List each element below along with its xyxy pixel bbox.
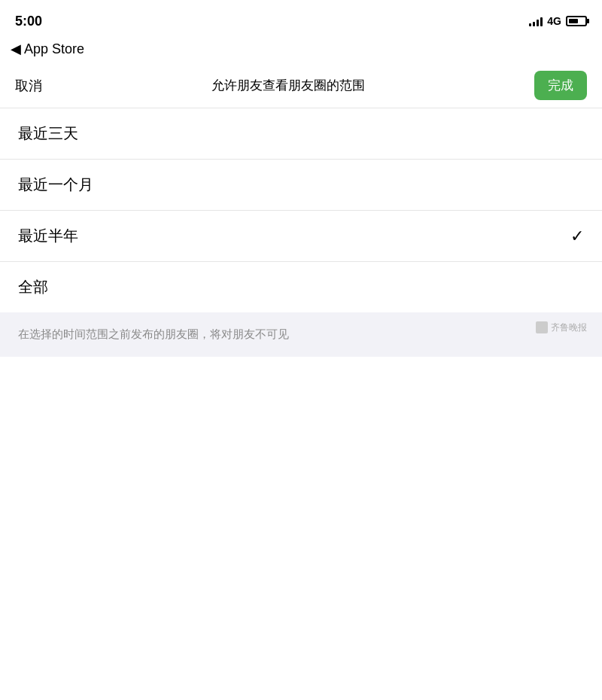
footer-note: 在选择的时间范围之前发布的朋友圈，将对朋友不可见 (0, 312, 602, 357)
option-one-month[interactable]: 最近一个月 (0, 160, 602, 211)
status-time: 5:00 (15, 14, 42, 29)
option-label: 全部 (18, 277, 48, 297)
back-chevron-icon: ◀ (11, 41, 21, 57)
options-list: 最近三天 最近一个月 最近半年 ✓ 全部 (0, 108, 602, 312)
option-label: 最近半年 (18, 226, 78, 246)
option-label: 最近一个月 (18, 175, 93, 195)
back-navigation[interactable]: ◀ App Store (0, 38, 602, 63)
option-three-days[interactable]: 最近三天 (0, 108, 602, 160)
watermark: 齐鲁晚报 (536, 321, 587, 334)
cancel-button[interactable]: 取消 (15, 77, 42, 95)
option-label: 最近三天 (18, 123, 78, 144)
network-label: 4G (547, 15, 561, 27)
done-button[interactable]: 完成 (534, 71, 587, 100)
watermark-logo (536, 321, 548, 333)
signal-icon (529, 16, 543, 26)
nav-bar: 取消 允许朋友查看朋友圈的范围 完成 (0, 63, 602, 108)
option-half-year[interactable]: 最近半年 ✓ (0, 211, 602, 262)
watermark-text: 齐鲁晚报 (551, 321, 587, 334)
checkmark-icon: ✓ (570, 227, 584, 246)
option-all[interactable]: 全部 (0, 262, 602, 312)
battery-icon (566, 16, 587, 26)
status-bar: 5:00 4G (0, 0, 602, 38)
status-icons: 4G (529, 15, 587, 27)
footer-note-text: 在选择的时间范围之前发布的朋友圈，将对朋友不可见 (18, 327, 289, 340)
nav-title: 允许朋友查看朋友圈的范围 (211, 77, 365, 94)
back-label: App Store (24, 41, 84, 57)
